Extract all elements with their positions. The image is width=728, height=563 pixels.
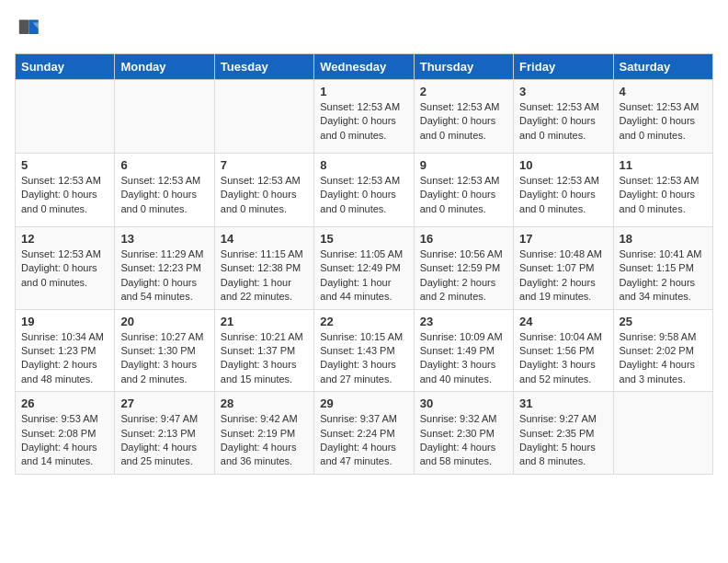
day-content: Sunset: 12:53 AM Daylight: 0 hours and 0… <box>519 100 607 143</box>
calendar-cell: 27Sunrise: 9:47 AM Sunset: 2:13 PM Dayli… <box>115 392 214 475</box>
calendar-cell: 28Sunrise: 9:42 AM Sunset: 2:19 PM Dayli… <box>214 392 313 475</box>
day-content: Sunrise: 9:58 AM Sunset: 2:02 PM Dayligh… <box>620 330 707 387</box>
day-number: 13 <box>120 232 208 246</box>
day-content: Sunrise: 10:04 AM Sunset: 1:56 PM Daylig… <box>519 330 607 387</box>
calendar-week-row: 12Sunset: 12:53 AM Daylight: 0 hours and… <box>16 227 713 310</box>
day-content: Sunrise: 10:41 AM Sunset: 1:15 PM Daylig… <box>620 247 707 304</box>
day-content: Sunset: 12:53 AM Daylight: 0 hours and 0… <box>519 174 607 216</box>
day-header-sunday: Sunday <box>16 54 115 80</box>
day-number: 28 <box>221 396 308 410</box>
day-content: Sunrise: 9:42 AM Sunset: 2:19 PM Dayligh… <box>221 412 308 469</box>
day-content: Sunrise: 10:56 AM Sunset: 12:59 PM Dayli… <box>420 247 507 304</box>
calendar-cell <box>16 80 115 154</box>
calendar-cell <box>115 80 214 154</box>
calendar-table: SundayMondayTuesdayWednesdayThursdayFrid… <box>15 53 713 475</box>
day-number: 1 <box>320 85 407 98</box>
day-header-monday: Monday <box>115 54 214 80</box>
calendar-cell: 13Sunrise: 11:29 AM Sunset: 12:23 PM Day… <box>115 227 214 310</box>
day-content: Sunrise: 9:53 AM Sunset: 2:08 PM Dayligh… <box>21 412 108 469</box>
calendar-cell: 2Sunset: 12:53 AM Daylight: 0 hours and … <box>414 80 513 154</box>
day-number: 23 <box>420 315 507 328</box>
calendar-header-row: SundayMondayTuesdayWednesdayThursdayFrid… <box>16 54 713 80</box>
calendar-cell: 29Sunrise: 9:37 AM Sunset: 2:24 PM Dayli… <box>314 392 414 475</box>
day-number: 19 <box>21 315 108 328</box>
calendar-cell: 19Sunrise: 10:34 AM Sunset: 1:23 PM Dayl… <box>16 309 115 392</box>
calendar-cell: 7Sunset: 12:53 AM Daylight: 0 hours and … <box>214 154 313 227</box>
day-number: 12 <box>21 232 108 246</box>
calendar-cell: 17Sunrise: 10:48 AM Sunset: 1:07 PM Dayl… <box>514 227 613 310</box>
day-number: 25 <box>620 315 707 328</box>
day-content: Sunrise: 10:21 AM Sunset: 1:37 PM Daylig… <box>221 330 308 387</box>
day-content: Sunset: 12:53 AM Daylight: 0 hours and 0… <box>320 174 407 216</box>
day-content: Sunset: 12:53 AM Daylight: 0 hours and 0… <box>620 174 707 216</box>
calendar-cell: 1Sunset: 12:53 AM Daylight: 0 hours and … <box>314 80 414 154</box>
svg-rect-1 <box>19 20 29 34</box>
day-content: Sunrise: 11:05 AM Sunset: 12:49 PM Dayli… <box>320 247 407 304</box>
day-number: 9 <box>420 158 507 172</box>
day-header-saturday: Saturday <box>613 54 712 80</box>
calendar-cell: 30Sunrise: 9:32 AM Sunset: 2:30 PM Dayli… <box>414 392 513 475</box>
calendar-cell: 16Sunrise: 10:56 AM Sunset: 12:59 PM Day… <box>414 227 513 310</box>
calendar-cell: 11Sunset: 12:53 AM Daylight: 0 hours and… <box>613 154 712 227</box>
day-content: Sunset: 12:53 AM Daylight: 0 hours and 0… <box>221 174 308 216</box>
calendar-cell: 22Sunrise: 10:15 AM Sunset: 1:43 PM Dayl… <box>314 309 414 392</box>
day-content: Sunrise: 9:47 AM Sunset: 2:13 PM Dayligh… <box>120 412 208 469</box>
calendar-cell: 21Sunrise: 10:21 AM Sunset: 1:37 PM Dayl… <box>214 309 313 392</box>
calendar-cell: 10Sunset: 12:53 AM Daylight: 0 hours and… <box>514 154 613 227</box>
day-number: 30 <box>420 396 507 410</box>
day-number: 22 <box>320 315 407 328</box>
day-content: Sunrise: 10:15 AM Sunset: 1:43 PM Daylig… <box>320 330 407 387</box>
calendar-week-row: 26Sunrise: 9:53 AM Sunset: 2:08 PM Dayli… <box>16 392 713 475</box>
calendar-cell: 23Sunrise: 10:09 AM Sunset: 1:49 PM Dayl… <box>414 309 513 392</box>
day-number: 15 <box>320 232 407 246</box>
calendar-cell: 12Sunset: 12:53 AM Daylight: 0 hours and… <box>16 227 115 310</box>
day-content: Sunrise: 10:27 AM Sunset: 1:30 PM Daylig… <box>120 330 208 387</box>
day-content: Sunrise: 9:27 AM Sunset: 2:35 PM Dayligh… <box>519 412 607 469</box>
day-number: 7 <box>221 158 308 172</box>
calendar-cell: 26Sunrise: 9:53 AM Sunset: 2:08 PM Dayli… <box>16 392 115 475</box>
day-number: 10 <box>519 158 607 172</box>
day-number: 11 <box>620 158 707 172</box>
day-content: Sunrise: 10:48 AM Sunset: 1:07 PM Daylig… <box>519 247 607 304</box>
day-number: 14 <box>221 232 308 246</box>
calendar-cell: 8Sunset: 12:53 AM Daylight: 0 hours and … <box>314 154 414 227</box>
calendar-cell: 6Sunset: 12:53 AM Daylight: 0 hours and … <box>115 154 214 227</box>
day-number: 2 <box>420 85 507 98</box>
day-number: 16 <box>420 232 507 246</box>
day-content: Sunset: 12:53 AM Daylight: 0 hours and 0… <box>21 247 108 290</box>
day-number: 29 <box>320 396 407 410</box>
day-number: 5 <box>21 158 108 172</box>
day-number: 8 <box>320 158 407 172</box>
day-content: Sunset: 12:53 AM Daylight: 0 hours and 0… <box>620 100 707 143</box>
calendar-cell: 4Sunset: 12:53 AM Daylight: 0 hours and … <box>613 80 712 154</box>
day-number: 24 <box>519 315 607 328</box>
day-number: 4 <box>620 85 707 98</box>
calendar-cell: 15Sunrise: 11:05 AM Sunset: 12:49 PM Day… <box>314 227 414 310</box>
logo-icon <box>17 15 42 40</box>
day-number: 21 <box>221 315 308 328</box>
day-content: Sunrise: 10:34 AM Sunset: 1:23 PM Daylig… <box>21 330 108 387</box>
day-content: Sunset: 12:53 AM Daylight: 0 hours and 0… <box>320 100 407 143</box>
calendar-cell: 14Sunrise: 11:15 AM Sunset: 12:38 PM Day… <box>214 227 313 310</box>
day-number: 31 <box>519 396 607 410</box>
day-number: 3 <box>519 85 607 98</box>
day-header-thursday: Thursday <box>414 54 513 80</box>
day-content: Sunset: 12:53 AM Daylight: 0 hours and 0… <box>21 174 108 216</box>
calendar-cell <box>613 392 712 475</box>
day-number: 17 <box>519 232 607 246</box>
day-content: Sunrise: 9:37 AM Sunset: 2:24 PM Dayligh… <box>320 412 407 469</box>
calendar-cell <box>214 80 313 154</box>
day-number: 27 <box>120 396 208 410</box>
day-number: 18 <box>620 232 707 246</box>
calendar-cell: 3Sunset: 12:53 AM Daylight: 0 hours and … <box>514 80 613 154</box>
calendar-cell: 20Sunrise: 10:27 AM Sunset: 1:30 PM Dayl… <box>115 309 214 392</box>
logo <box>15 15 42 44</box>
calendar-cell: 25Sunrise: 9:58 AM Sunset: 2:02 PM Dayli… <box>613 309 712 392</box>
calendar-cell: 24Sunrise: 10:04 AM Sunset: 1:56 PM Dayl… <box>514 309 613 392</box>
day-content: Sunset: 12:53 AM Daylight: 0 hours and 0… <box>120 174 208 216</box>
day-content: Sunset: 12:53 AM Daylight: 0 hours and 0… <box>420 174 507 216</box>
day-content: Sunrise: 9:32 AM Sunset: 2:30 PM Dayligh… <box>420 412 507 469</box>
day-header-friday: Friday <box>514 54 613 80</box>
calendar-cell: 18Sunrise: 10:41 AM Sunset: 1:15 PM Dayl… <box>613 227 712 310</box>
calendar-week-row: 19Sunrise: 10:34 AM Sunset: 1:23 PM Dayl… <box>16 309 713 392</box>
